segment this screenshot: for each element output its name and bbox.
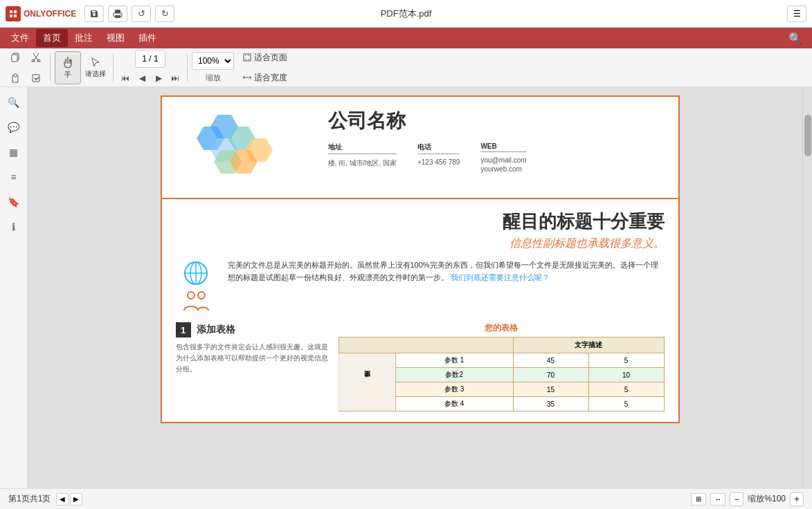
zoom-out-button[interactable]: − xyxy=(730,492,743,506)
menu-file[interactable]: 文件 xyxy=(4,29,36,47)
menu-home[interactable]: 首页 xyxy=(36,29,68,47)
web-label: WEB xyxy=(480,142,526,152)
separator-1 xyxy=(50,54,51,82)
app-logo: ONLYOFFICE xyxy=(6,6,76,21)
pdf-link[interactable]: 我们到底还需要注意什么呢？ xyxy=(451,273,550,281)
sidebar-bookmarks-icon[interactable]: 🔖 xyxy=(4,192,24,212)
pdf-body: 醒目的标题十分重要 信息性副标题也承载很多意义。 xyxy=(162,199,678,422)
company-contacts: 地址 楼, 街, 城市/地区, 国家 电话 +123 456 789 WEB y… xyxy=(328,142,665,173)
svg-point-28 xyxy=(188,292,195,299)
company-name: 公司名称 xyxy=(328,108,665,134)
cut-button[interactable] xyxy=(26,48,46,67)
svg-rect-2 xyxy=(10,15,12,17)
pdf-page: 公司名称 地址 楼, 街, 城市/地区, 国家 电话 +123 456 789 … xyxy=(161,95,680,423)
pdf-text-section: 完美的文件总是从完美的标题开始的。虽然世界上没有100%完美的东西，但我们希望每… xyxy=(176,259,665,314)
svg-point-6 xyxy=(120,15,121,15)
param1-val2: 5 xyxy=(588,353,664,368)
section-number: 1 xyxy=(176,322,191,337)
company-info: 公司名称 地址 楼, 街, 城市/地区, 国家 电话 +123 456 789 … xyxy=(314,108,665,173)
fit-page-button[interactable]: 适合页面 xyxy=(238,49,292,66)
print-button[interactable] xyxy=(108,6,127,22)
address-value: 楼, 街, 城市/地区, 国家 xyxy=(328,158,397,168)
selectall-button[interactable] xyxy=(26,68,46,88)
web-value1: you@mail.com xyxy=(480,156,526,164)
titlebar-right: ☰ xyxy=(787,6,806,22)
pdf-main-title: 醒目的标题十分重要 xyxy=(176,210,665,234)
undo-button[interactable]: ↺ xyxy=(132,6,151,22)
page-number-input[interactable] xyxy=(140,54,161,64)
page-input-group xyxy=(135,50,165,68)
status-prev-button[interactable]: ◀ xyxy=(56,493,69,506)
scrollbar-right[interactable] xyxy=(802,87,812,488)
zoom-in-button[interactable]: + xyxy=(790,492,804,506)
last-page-button[interactable]: ⏭ xyxy=(168,71,183,86)
app-name-label: ONLYOFFICE xyxy=(24,9,76,19)
copy-button[interactable] xyxy=(6,48,25,67)
param2-val1: 70 xyxy=(513,368,588,382)
clipboard-group xyxy=(6,48,46,88)
hamburger-menu-button[interactable]: ☰ xyxy=(787,6,806,22)
page-nav: ◀ ▶ xyxy=(56,493,82,506)
fit-page-label: 适合页面 xyxy=(254,52,287,64)
svg-point-12 xyxy=(37,59,40,62)
sidebar-search-icon[interactable]: 🔍 xyxy=(4,93,24,112)
svg-rect-8 xyxy=(12,55,17,62)
param1-label: 参数 1 xyxy=(395,353,513,368)
first-page-button[interactable]: ⏮ xyxy=(118,71,133,86)
fit-screen-button[interactable]: ⊞ xyxy=(691,493,706,506)
param3-val1: 15 xyxy=(513,382,588,397)
phone-col: 电话 +123 456 789 xyxy=(417,142,460,173)
sidebar-comment-icon[interactable]: 💬 xyxy=(4,118,24,137)
fit-width-status-button[interactable]: ↔ xyxy=(710,493,725,506)
address-col: 地址 楼, 街, 城市/地区, 国家 xyxy=(328,142,397,173)
sidebar-contents-icon[interactable]: ≡ xyxy=(4,167,24,187)
pdf-two-col: 1 添加表格 包含很多字的文件肯定会让人感到很无趣。这就是为什么添加表格可以帮助… xyxy=(176,322,665,411)
document-title: PDF范本.pdf xyxy=(381,8,432,20)
svg-point-29 xyxy=(198,292,205,299)
menu-comment[interactable]: 批注 xyxy=(68,29,100,47)
menu-view[interactable]: 视图 xyxy=(100,29,132,47)
page-status: 第1页共1页 xyxy=(8,493,51,505)
pdf-logo xyxy=(176,108,314,191)
titlebar: ONLYOFFICE ↺ ↻ PDF范本.pdf ☰ xyxy=(0,0,812,28)
svg-rect-3 xyxy=(14,15,17,17)
search-button[interactable]: 🔍 xyxy=(783,29,808,48)
section-title: 添加表格 xyxy=(197,324,235,336)
select-tool[interactable]: 请选择 xyxy=(82,51,109,84)
table-header-empty xyxy=(339,337,513,353)
param4-val2: 5 xyxy=(588,397,664,411)
save-button[interactable] xyxy=(84,6,104,22)
param4-val1: 35 xyxy=(513,397,588,411)
phone-value: +123 456 789 xyxy=(417,158,460,166)
phone-label: 电话 xyxy=(417,142,460,154)
param4-label: 参数 4 xyxy=(395,397,513,411)
web-value2: yourweb.com xyxy=(480,165,526,173)
toolbar: 手 请选择 ⏮ ◀ ▶ ⏭ 100% 75% 150% 缩放 xyxy=(0,48,812,87)
paste-button[interactable] xyxy=(6,68,25,88)
web-col: WEB you@mail.com yourweb.com xyxy=(480,142,526,173)
svg-rect-1 xyxy=(14,10,17,13)
pdf-table: 文字描述 文字描述 参数 1 45 5 xyxy=(339,337,665,411)
separator-2 xyxy=(113,54,114,82)
table-title: 您的表格 xyxy=(339,322,665,334)
param3-label: 参数 3 xyxy=(395,382,513,397)
fit-width-button[interactable]: 适合宽度 xyxy=(238,69,292,86)
sidebar-info-icon[interactable]: ℹ xyxy=(4,217,24,237)
titlebar-actions: ↺ ↻ xyxy=(84,6,174,22)
col-label: 文字描述 xyxy=(339,353,395,411)
hand-label: 手 xyxy=(64,70,71,80)
logo-icon xyxy=(6,6,21,21)
param2-val2: 10 xyxy=(588,368,664,382)
next-page-button[interactable]: ▶ xyxy=(151,71,166,86)
status-next-button[interactable]: ▶ xyxy=(70,493,82,506)
prev-page-button[interactable]: ◀ xyxy=(134,71,150,86)
menu-plugin[interactable]: 插件 xyxy=(132,29,163,47)
param1-val1: 45 xyxy=(513,353,588,368)
hand-tool[interactable]: 手 xyxy=(55,51,81,84)
body-text: 完美的文件总是从完美的标题开始的。虽然世界上没有100%完美的东西，但我们希望每… xyxy=(228,261,658,281)
redo-button[interactable]: ↻ xyxy=(155,6,174,22)
svg-rect-16 xyxy=(244,54,251,61)
scrollbar-thumb[interactable] xyxy=(804,115,811,156)
zoom-select[interactable]: 100% 75% 150% xyxy=(192,52,234,70)
sidebar-thumbnails-icon[interactable]: ▦ xyxy=(4,142,24,162)
